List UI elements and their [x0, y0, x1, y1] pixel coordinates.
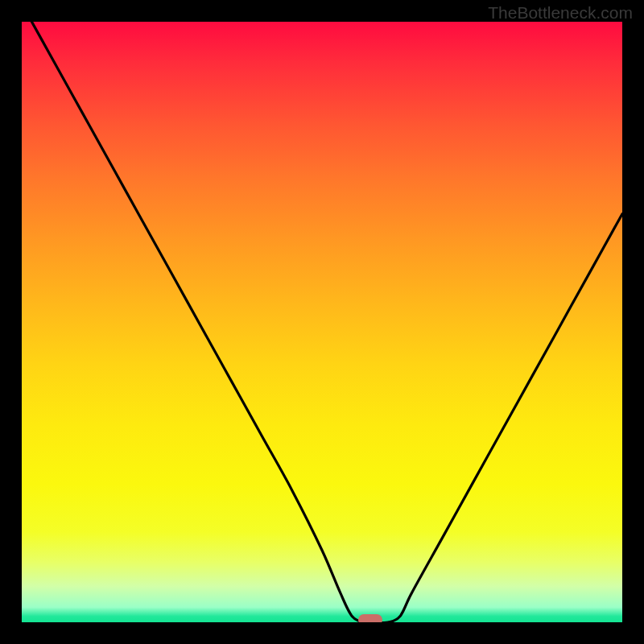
chart-plot-area: [22, 22, 622, 622]
bottleneck-curve: [22, 22, 622, 622]
optimal-point-marker: [358, 614, 382, 622]
watermark-text: TheBottleneck.com: [488, 3, 633, 23]
curve-path: [22, 22, 622, 622]
